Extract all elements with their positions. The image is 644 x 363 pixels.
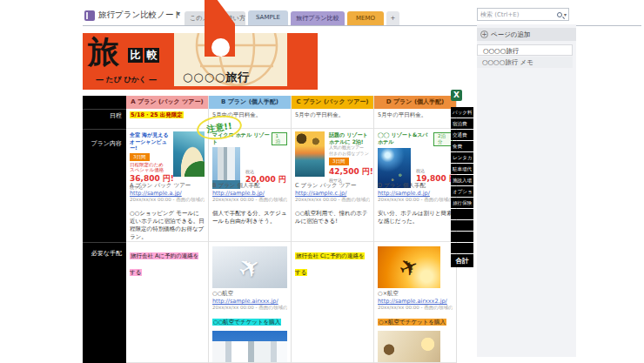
plan-d-ticket-note: ○×航空でチケットを購入	[378, 319, 446, 326]
plan-c-price: 42,500 円!	[329, 166, 373, 178]
travel-comparison-banner: 旅 比 較 ― たび ひかく ― ○○○○旅行	[83, 33, 318, 90]
plan-c-header: C プラン (パック ツアー)	[292, 96, 373, 109]
plan-c-headline: 話題の リゾート	[329, 131, 373, 138]
search-input[interactable]: 検索 (Ctrl+E) ▾	[477, 8, 569, 21]
plan-d-airline-name: ○×航空	[378, 290, 453, 298]
plan-d-duration-badge: 2泊分	[433, 132, 453, 146]
sunset-airplane-photo: ✈	[378, 246, 440, 288]
plan-b-duration-badge: 1泊	[272, 132, 287, 145]
add-page-label: ページの追加	[491, 30, 531, 39]
tab-plan-comparison[interactable]: 旅行プラン比較	[291, 11, 345, 25]
cost-row-empty	[451, 243, 473, 253]
plan-a-headline-2: オーシャンビュー!	[130, 138, 173, 151]
trip-title: ○○○○旅行	[183, 70, 250, 85]
page-item-trip-memo[interactable]: ○○○○旅行 メモ	[477, 57, 573, 68]
cost-row-empty	[451, 220, 473, 231]
onenote-window: 旅行プラン比較ノート ▾ このノートの使い方 SAMPLE 旅行プラン比較 ME…	[0, 0, 644, 363]
plan-a-headline: 全室 海が見える	[130, 131, 173, 138]
chevron-down-icon[interactable]: ▾	[177, 10, 180, 17]
plan-a-link[interactable]: http://sample.a.jp/	[130, 190, 205, 197]
tab-sample[interactable]: SAMPLE	[248, 10, 288, 25]
plan-b-description: 個人で手配する分、スケジュールも自由が利きそう。	[212, 210, 287, 225]
hotel-buildings-photo	[212, 331, 287, 363]
plan-d-description: 安い分、ホテルは割りと簡素な感じだった。	[378, 210, 453, 225]
row-divider	[83, 242, 126, 243]
plan-d-airline-clip-info: 20xx/xx/xx 00:00 - 画面の領域の取り込み	[378, 305, 453, 311]
plan-b-airline-name: ○○航空	[212, 290, 287, 298]
plan-c-caption: C プラン パック ツアー	[295, 182, 370, 190]
cost-row-option: オプショ	[451, 186, 473, 197]
banner-logo-main: 旅	[88, 31, 119, 74]
plan-c-clip-info: 20xx/xx/xx 00:00 - 画面の領域の取り込み	[295, 197, 370, 203]
plan-a-duration-badge: 3日間	[130, 153, 150, 161]
caution-text: 注意!!	[206, 120, 233, 136]
plan-c-description: ○○航空利用で、憧れのホテルに宿泊できる!	[295, 210, 370, 225]
plan-c-link[interactable]: http://sample.c.jp/	[295, 190, 370, 197]
plan-b-airline-clip-info: 20xx/xx/xx 00:00 - 画面の領域の取り込み	[212, 305, 287, 311]
plan-b-header: B プラン (個人手配)	[209, 96, 291, 109]
plan-d-schedule-cell: 5月中の平日料金。	[374, 109, 456, 129]
row-label-arrangement: 必要な手配	[91, 249, 122, 258]
cost-row-total: 合計	[451, 254, 473, 267]
plan-c-ad-card: 話題の リゾート ホテルに 2泊! 人気の観光ツアー 付きのお得なプラン 3日間…	[295, 131, 370, 179]
plan-b-link[interactable]: http://sample.b.jp/	[212, 190, 287, 197]
plan-a-subnote-2: スペシャル価格	[130, 167, 173, 173]
plan-b-airline-link[interactable]: http://sample.airxxx.jp/	[212, 298, 287, 305]
plan-d-airline-link[interactable]: http://sample.airxxx2.jp/	[378, 298, 453, 305]
row-divider	[83, 109, 126, 110]
hotel-room-photo	[378, 331, 440, 363]
plan-a-ad-card: 全室 海が見える オーシャンビュー! 3日間 日程限定のため スペシャル価格 3…	[130, 131, 205, 179]
plan-b-clip-info: 20xx/xx/xx 00:00 - 画面の領域の取り込み	[212, 197, 287, 203]
notebook-icon	[84, 10, 95, 21]
plan-c-subnote-2: 付きのお得なプラン	[329, 151, 373, 157]
plan-c-arrangement-cell: 旅行会社 Cに予約の連絡をする	[292, 242, 373, 363]
search-scope-caret-icon[interactable]: ▾	[564, 11, 567, 17]
plan-a-schedule-cell: 5/18・25 出発限定	[126, 109, 208, 129]
plan-b-ticket-note: ○○航空でチケットを購入	[212, 319, 281, 326]
cost-row-rentacar: レンタカ	[451, 152, 473, 163]
plan-a-clip-info: 20xx/xx/xx 00:00 - 画面の領域の取り込み	[130, 197, 205, 203]
plan-c-arrangement-note: 旅行会社 Cに予約の連絡をする	[295, 252, 365, 276]
plan-d-headline: ◯◯ リゾート&スパ ホテル	[378, 131, 433, 145]
tab-memo[interactable]: MEMO	[347, 11, 384, 25]
banner-logo-reading: ― たび ひかく ―	[83, 75, 170, 85]
banner-tag-hole	[211, 38, 230, 57]
cost-row-empty	[451, 209, 473, 219]
plus-circle-icon: +	[480, 30, 488, 38]
plan-d-header: D プラン (個人手配)	[374, 96, 456, 109]
banner-logo-tile-2: 較	[144, 48, 159, 63]
cost-row-admission: 施設入場	[451, 175, 473, 185]
plan-a-schedule-highlight: 5/18・25 出発限定	[130, 111, 184, 118]
plan-a-caption: A プラン パック ツアー	[130, 182, 205, 190]
plan-d-clip-info: 20xx/xx/xx 00:00 - 画面の領域の取り込み	[378, 197, 453, 203]
plan-c-headline-2: ホテルに 2泊!	[329, 138, 373, 145]
cost-row-lodging: 宿泊費	[451, 118, 473, 129]
plan-column-c: C プラン (パック ツアー) 5月中の平日料金。 話題の リゾート ホテルに …	[292, 96, 374, 363]
plan-d-content-cell: ◯◯ リゾート&スパ ホテル 2泊分 税込 19,800 円 D プラン 個人手…	[374, 129, 456, 242]
row-label-schedule: 日程	[110, 111, 122, 120]
plan-b-arrangement-cell: ✈ ○○航空 http://sample.airxxx.jp/ 20xx/xx/…	[209, 242, 291, 363]
add-section-tab[interactable]: +	[386, 11, 399, 25]
beach-photo	[173, 131, 205, 177]
plan-d-arrangement-cell: ✈ ○×航空 http://sample.airxxx2.jp/ 20xx/xx…	[374, 242, 456, 363]
plan-a-arrangement-cell: 旅行会社 Aに予約の連絡をする	[126, 242, 208, 363]
banner-logo-tile-1: 比	[128, 48, 143, 63]
excel-icon[interactable]: X	[451, 90, 462, 101]
notebook-title[interactable]: 旅行プラン比較ノート	[98, 10, 182, 21]
pages-panel	[477, 24, 576, 357]
row-divider	[83, 129, 126, 130]
plan-a-arrangement-note: 旅行会社 Aに予約の連絡をする	[130, 252, 198, 276]
plan-c-content-cell: 話題の リゾート ホテルに 2泊! 人気の観光ツアー 付きのお得なプラン 3日間…	[292, 129, 373, 242]
plan-d-link[interactable]: http://sample.d.jp/	[378, 190, 453, 197]
page-item-trip[interactable]: ○○○○旅行	[477, 44, 573, 56]
plan-a-header: A プラン (パック ツアー)	[126, 96, 208, 109]
add-page-button[interactable]: + ページの追加	[477, 28, 576, 41]
palm-beach-photo	[295, 131, 325, 177]
plan-c-duration-badge: 3日間	[329, 158, 349, 165]
row-label-column: 日程 プラン内容 必要な手配	[83, 96, 126, 363]
plan-column-a: A プラン (パック ツアー) 5/18・25 出発限定 全室 海が見える オー…	[126, 96, 209, 363]
cost-table-strip: パック料 宿泊費 交通費 食費 レンタカ 駐車場代 施設入場 オプショ 旅行保険…	[451, 107, 473, 268]
plan-d-ad-card: ◯◯ リゾート&スパ ホテル 2泊分 税込 19,800 円	[378, 131, 453, 179]
cost-row-package: パック料	[451, 107, 473, 118]
plan-b-content-cell: マイクロ ホテル リゾート 1泊 税込 20,000 円 B プラン 個人手配 …	[209, 129, 291, 242]
